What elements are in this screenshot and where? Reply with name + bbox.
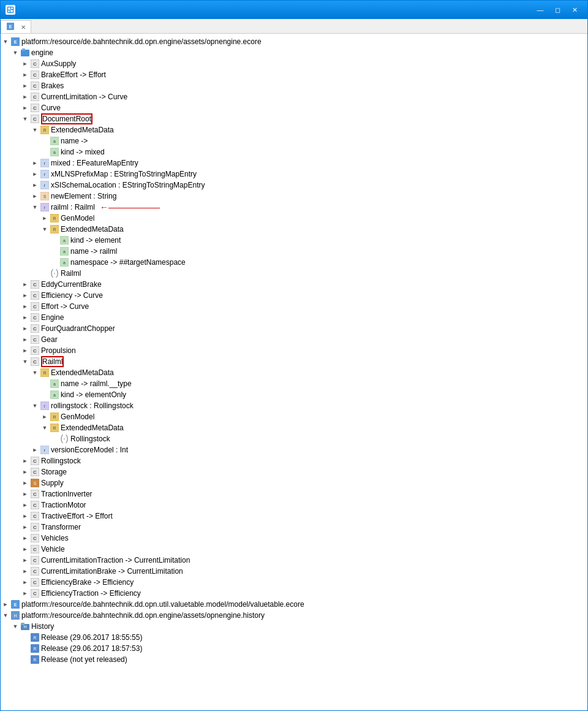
expand-button[interactable]: ▼ xyxy=(20,357,30,367)
expand-button[interactable]: ▼ xyxy=(40,423,50,433)
expand-button[interactable]: ► xyxy=(20,279,30,289)
expand-button[interactable]: ▼ xyxy=(10,622,20,631)
tab-close-icon[interactable]: ✕ xyxy=(21,24,26,31)
tree-item[interactable]: ►CEfficiencyTraction -> Efficiency xyxy=(1,588,587,599)
expand-button[interactable]: ▼ xyxy=(30,401,40,411)
tree-item[interactable]: ►SSupply xyxy=(1,477,587,489)
expand-button[interactable]: ► xyxy=(30,445,40,455)
tree-item[interactable]: ►RGenModel xyxy=(1,213,587,224)
tree-item[interactable]: ►CAuxSupply xyxy=(1,58,587,69)
tree-item[interactable]: (·)Railml xyxy=(1,268,587,279)
tree-item[interactable]: akind -> mixed xyxy=(1,146,587,158)
tree-item[interactable]: ▼HHistory xyxy=(1,621,587,632)
tree-item[interactable]: ►CRollingstock xyxy=(1,455,587,466)
expand-button[interactable]: ▼ xyxy=(10,48,20,58)
tree-item[interactable]: ►rversionEcoreModel : Int xyxy=(1,444,587,455)
expand-button[interactable]: ► xyxy=(20,313,30,322)
expand-button[interactable]: ► xyxy=(30,169,40,179)
expand-button[interactable]: ► xyxy=(30,158,40,168)
expand-button[interactable]: ▼ xyxy=(30,368,40,378)
tree-item[interactable]: ►CTractiveEffort -> Effort xyxy=(1,511,587,522)
tree-item[interactable]: RRelease (not yet released) xyxy=(1,654,587,665)
expand-button[interactable]: ► xyxy=(20,335,30,344)
tree-item[interactable]: ►CCurrentLimitation -> Curve xyxy=(1,91,587,102)
tree-item[interactable]: akind -> element xyxy=(1,235,587,246)
tree-item[interactable]: ►rmixed : EFeatureMapEntry xyxy=(1,158,587,169)
expand-button[interactable]: ► xyxy=(20,467,30,477)
expand-button[interactable]: ► xyxy=(1,599,10,609)
expand-button[interactable]: ► xyxy=(20,81,30,91)
expand-button[interactable]: ► xyxy=(20,489,30,499)
expand-button[interactable]: ► xyxy=(40,213,50,223)
tree-item[interactable]: ▼CRailml xyxy=(1,356,587,367)
tree-item[interactable]: ►CEngine xyxy=(1,312,587,323)
tree-item[interactable]: ►SnewElement : String xyxy=(1,191,587,202)
tree-item[interactable]: ►RGenModel xyxy=(1,411,587,422)
expand-button[interactable]: ► xyxy=(20,478,30,488)
tree-item[interactable]: ►CStorage xyxy=(1,466,587,477)
expand-button[interactable]: ► xyxy=(20,59,30,69)
expand-button[interactable]: ► xyxy=(20,566,30,576)
expand-button[interactable]: ► xyxy=(20,511,30,521)
expand-button[interactable]: ► xyxy=(20,70,30,80)
expand-button[interactable]: ▼ xyxy=(40,224,50,234)
tree-item[interactable]: ▼engine xyxy=(1,47,587,58)
tree-item[interactable]: aname -> railml.__type xyxy=(1,378,587,389)
tree-item[interactable]: RRelease (29.06.2017 18:57:53) xyxy=(1,643,587,654)
tree-item[interactable]: ▼CDocumentRoot xyxy=(1,113,587,124)
tree-item[interactable]: ▼RExtendedMetaData xyxy=(1,422,587,433)
expand-button[interactable]: ► xyxy=(30,191,40,201)
tree-item[interactable]: ►CCurve xyxy=(1,102,587,113)
expand-button[interactable]: ▼ xyxy=(1,610,10,620)
tree-item[interactable]: ▼Eplatform:/resource/de.bahntechnik.dd.o… xyxy=(1,36,587,47)
expand-button[interactable]: ▼ xyxy=(30,202,40,212)
tree-item[interactable]: ►CTransformer xyxy=(1,522,587,533)
tree-item[interactable]: ▼RExtendedMetaData xyxy=(1,224,587,235)
expand-button[interactable]: ► xyxy=(40,412,50,422)
tree-item[interactable]: ►rxMLNSPrefixMap : EStringToStringMapEnt… xyxy=(1,169,587,180)
tree-item[interactable]: anamespace -> ##targetNamespace xyxy=(1,257,587,268)
expand-button[interactable]: ► xyxy=(20,302,30,311)
tree-item[interactable]: ▼Hplatform:/resource/de.bahntechnik.dd.o… xyxy=(1,610,587,621)
expand-button[interactable]: ► xyxy=(20,103,30,113)
tab-opnengine[interactable]: E ✕ xyxy=(1,20,31,33)
tree-item[interactable]: ►rxSISchemaLocation : EStringToStringMap… xyxy=(1,180,587,191)
tree-item[interactable]: ►CTractionInverter xyxy=(1,489,587,500)
tree-item[interactable]: ►Eplatform:/resource/de.bahntechnik.dd.o… xyxy=(1,599,587,610)
tree-item[interactable]: ►CEffort -> Curve xyxy=(1,301,587,312)
tree-item[interactable]: ►CVehicles xyxy=(1,533,587,544)
tree-item[interactable]: ►CCurrentLimitationBrake -> CurrentLimit… xyxy=(1,566,587,577)
tree-item[interactable]: aname -> railml xyxy=(1,246,587,257)
tree-item[interactable]: ▼RExtendedMetaData xyxy=(1,367,587,378)
tree-item[interactable]: ►CFourQuadrantChopper xyxy=(1,323,587,334)
expand-button[interactable]: ► xyxy=(20,533,30,543)
expand-button[interactable]: ► xyxy=(20,544,30,554)
expand-button[interactable]: ▼ xyxy=(30,125,40,135)
expand-button[interactable]: ► xyxy=(20,291,30,300)
expand-button[interactable]: ► xyxy=(20,456,30,466)
expand-button[interactable]: ► xyxy=(20,555,30,565)
expand-button[interactable]: ▼ xyxy=(1,37,10,47)
tree-item[interactable]: ►CTractionMotor xyxy=(1,500,587,511)
expand-button[interactable]: ▼ xyxy=(20,114,30,124)
tree-item[interactable]: ►CPropulsion xyxy=(1,345,587,356)
expand-button[interactable]: ► xyxy=(20,588,30,598)
tree-item[interactable]: ►CEfficiencyBrake -> Efficiency xyxy=(1,577,587,588)
tree-item[interactable]: akind -> elementOnly xyxy=(1,389,587,400)
restore-button[interactable]: ◻ xyxy=(549,4,565,16)
tree-item[interactable]: ►CBrakeEffort -> Effort xyxy=(1,69,587,80)
tree-item[interactable]: ►CEddyCurrentBrake xyxy=(1,279,587,290)
tree-item[interactable]: ►CVehicle xyxy=(1,544,587,555)
expand-button[interactable]: ► xyxy=(20,577,30,587)
minimize-button[interactable]: — xyxy=(532,4,548,16)
tree-container[interactable]: ▼Eplatform:/resource/de.bahntechnik.dd.o… xyxy=(1,34,587,710)
expand-button[interactable]: ► xyxy=(20,346,30,356)
tree-item[interactable]: ►CBrakes xyxy=(1,80,587,91)
tree-item[interactable]: RRelease (29.06.2017 18:55:55) xyxy=(1,632,587,643)
tree-item[interactable]: ►CGear xyxy=(1,334,587,345)
tree-item[interactable]: ►CEfficiency -> Curve xyxy=(1,290,587,301)
tree-item[interactable]: ▼RExtendedMetaData xyxy=(1,124,587,135)
expand-button[interactable]: ► xyxy=(20,92,30,102)
tree-item[interactable]: ►CCurrentLimitationTraction -> CurrentLi… xyxy=(1,555,587,566)
expand-button[interactable]: ► xyxy=(20,522,30,532)
